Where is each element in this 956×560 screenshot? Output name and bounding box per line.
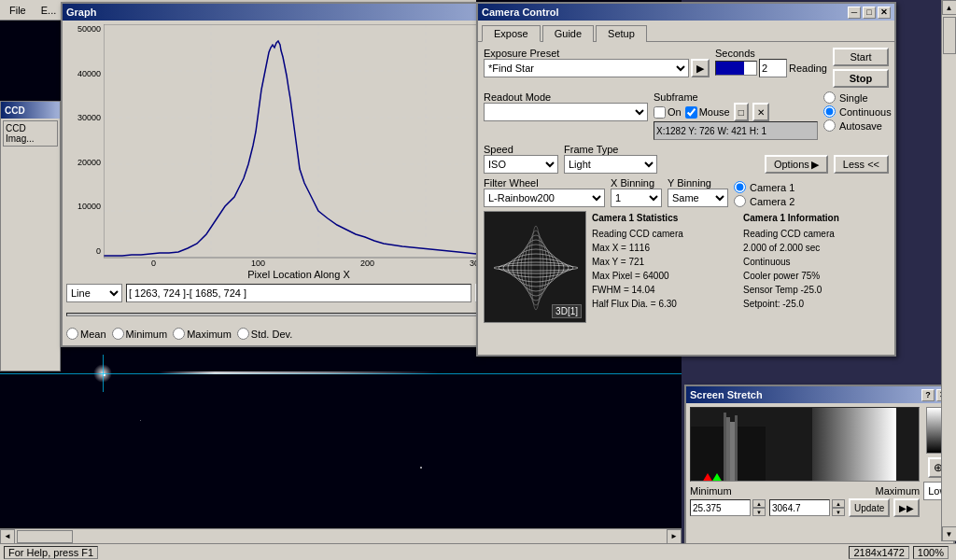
single-radio-label[interactable]: Single (823, 91, 889, 104)
file-menu[interactable]: File (4, 3, 32, 18)
stat-line-4: FWHM = 14.04 (592, 283, 738, 297)
tab-setup[interactable]: Setup (596, 25, 647, 42)
max-input-group: ▲ ▼ (769, 498, 845, 517)
continuous-radio-label[interactable]: Continuous (823, 105, 889, 118)
cam-row1: Exposure Preset *Find Star ▶ Seconds Rea… (484, 48, 889, 88)
camera1-radio[interactable] (734, 181, 746, 193)
max-label: Maximum (876, 485, 921, 497)
hscroll-thumb[interactable] (17, 530, 73, 543)
scroll-up-btn[interactable]: ▲ (942, 0, 957, 15)
mean-radio-label[interactable]: Mean (66, 328, 106, 340)
max-spinners: ▲ ▼ (832, 499, 845, 516)
mean-radio[interactable] (66, 328, 78, 340)
autosave-radio-label[interactable]: Autosave (823, 119, 889, 132)
max-input[interactable] (769, 499, 830, 516)
scroll-down-btn[interactable]: ▼ (942, 526, 957, 541)
filter-wheel-select[interactable]: L-Rainbow200 (484, 189, 605, 207)
on-checkbox[interactable] (654, 106, 666, 119)
less-button[interactable]: Less << (834, 155, 889, 174)
camera2-radio[interactable] (734, 195, 746, 207)
update-button[interactable]: Update (849, 498, 890, 517)
x-axis-labels: 0 100 200 300 (104, 259, 531, 268)
graph-plot-wrapper (104, 24, 531, 259)
seconds-input[interactable] (759, 59, 787, 77)
mouse-checkbox[interactable] (685, 106, 697, 119)
scroll-right-btn[interactable]: ► (667, 529, 682, 544)
camera1-radio-label[interactable]: Camera 1 (734, 181, 799, 193)
cam-stats-title: Camera 1 Statistics (592, 211, 738, 225)
camera-minimize-btn[interactable]: ─ (848, 7, 861, 19)
max-spin-up[interactable]: ▲ (832, 499, 845, 508)
scroll-left-btn[interactable]: ◄ (0, 529, 15, 544)
camera-radio-group: Camera 1 Camera 2 (734, 181, 799, 207)
min-spin-down[interactable]: ▼ (752, 508, 766, 516)
start-button[interactable]: Start (833, 48, 889, 66)
camera-close-btn[interactable]: ✕ (878, 7, 891, 19)
frame-type-group: Frame Type Light (564, 144, 657, 174)
frame-type-select[interactable]: Light (564, 155, 657, 174)
readout-select[interactable] (484, 103, 648, 121)
camera2-radio-label[interactable]: Camera 2 (734, 195, 799, 207)
svg-point-15 (517, 245, 555, 291)
minmax-inputs: ▲ ▼ ▲ ▼ Update ▶▶ (690, 498, 920, 517)
on-label[interactable]: On (654, 106, 682, 119)
minimum-radio[interactable] (112, 328, 124, 340)
edit-menu[interactable]: E... (35, 3, 63, 18)
speed-label: Speed (484, 144, 558, 155)
badge-3d: 3D[1] (552, 304, 582, 318)
subframe-btn2[interactable]: ✕ (752, 103, 769, 121)
stat-line-3: Max Pixel = 64000 (592, 269, 738, 283)
ccd-titlebar: CCD (1, 102, 60, 119)
min-label: Minimum (690, 485, 732, 497)
coord-input[interactable] (126, 284, 471, 302)
exposure-mode-group: Single Continuous Autosave (823, 91, 889, 132)
options-button[interactable]: Options ▶ (765, 155, 828, 174)
y-binning-select[interactable]: Same (668, 189, 728, 207)
preset-select[interactable]: *Find Star (484, 59, 689, 77)
filter-wheel-group: Filter Wheel L-Rainbow200 (484, 177, 605, 207)
ccd-img-btn[interactable]: CCD Imag... (3, 120, 58, 147)
autosave-radio[interactable] (823, 119, 836, 132)
tab-expose[interactable]: Expose (482, 25, 541, 42)
info-line-5: Setpoint: -25.0 (743, 297, 889, 311)
stat-line-1: Max X = 1116 (592, 241, 738, 255)
svg-rect-26 (735, 415, 738, 482)
camera-maximize-btn[interactable]: □ (863, 7, 876, 19)
y-binning-label: Y Binning (668, 177, 728, 189)
maximum-radio[interactable] (173, 328, 185, 340)
camera1-label: Camera 1 (750, 182, 794, 193)
stddev-radio-label[interactable]: Std. Dev. (237, 328, 292, 340)
mouse-label[interactable]: Mouse (685, 106, 730, 119)
x-binning-select[interactable]: 1 (611, 189, 662, 207)
seconds-label: Seconds (715, 48, 827, 59)
cam-info-title: Camera 1 Information (743, 211, 889, 225)
maximum-label: Maximum (187, 329, 232, 340)
stddev-label: Std. Dev. (251, 329, 292, 340)
svg-point-20 (494, 265, 578, 271)
continuous-radio[interactable] (823, 105, 836, 118)
status-zoom: 100% (913, 546, 949, 559)
single-radio[interactable] (823, 91, 836, 104)
max-spin-down[interactable]: ▼ (832, 508, 845, 516)
stop-button[interactable]: Stop (833, 69, 889, 88)
min-spin-up[interactable]: ▲ (752, 499, 766, 508)
info-line-4: Sensor Temp -25.0 (743, 283, 889, 297)
minimum-radio-label[interactable]: Minimum (112, 328, 168, 340)
min-input[interactable] (690, 499, 751, 516)
svg-point-19 (499, 262, 573, 273)
stretch-help-btn[interactable]: ? (921, 389, 935, 401)
stretch-main-row: Minimum Maximum ▲ ▼ ▲ (690, 407, 949, 517)
forward-btn[interactable]: ▶▶ (893, 498, 920, 517)
stddev-radio[interactable] (237, 328, 249, 340)
speed-select[interactable]: ISO (484, 155, 558, 174)
x-label-200: 200 (360, 259, 374, 268)
line-type-select[interactable]: Line (66, 284, 122, 302)
graph-content: 50000 40000 30000 20000 10000 0 (63, 21, 535, 345)
subframe-btn1[interactable]: □ (734, 103, 749, 121)
maximum-radio-label[interactable]: Maximum (173, 328, 232, 340)
preset-play-btn[interactable]: ▶ (691, 59, 710, 77)
scroll-thumb[interactable] (943, 17, 956, 54)
progress-bar-empty (66, 313, 479, 316)
svg-rect-24 (726, 417, 730, 482)
tab-guide[interactable]: Guide (542, 25, 594, 42)
